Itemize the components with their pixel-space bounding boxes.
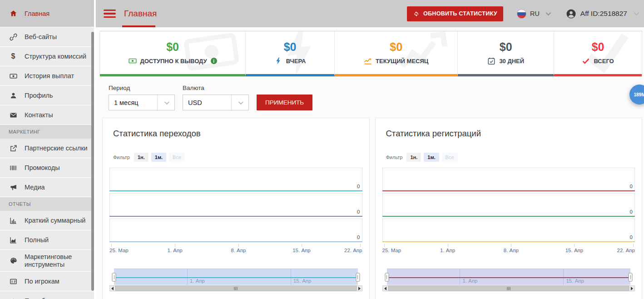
chevron-down-icon [634, 10, 639, 15]
series-line [109, 241, 362, 242]
x-axis-label: 8. Апр [231, 248, 246, 253]
stat-label: ВЧЕРА [286, 58, 306, 65]
chart-navigator[interactable]: 1. Апр 15. Апр [114, 269, 358, 285]
navigator-left-handle[interactable] [385, 273, 389, 281]
range-all-button[interactable]: Все [169, 153, 185, 162]
chart-pane-2: 0 [382, 193, 635, 217]
navigator-series-line [387, 277, 631, 278]
check-icon [582, 57, 590, 65]
period-value: 1 месяц [114, 99, 139, 106]
range-all-button[interactable]: Все [442, 153, 458, 162]
line-chart-icon [364, 57, 372, 65]
navigator-label: 1. Апр [190, 278, 205, 284]
navigator-right-handle[interactable] [356, 273, 360, 281]
megaphone-icon [9, 184, 18, 191]
scrollbar-grip[interactable] [234, 287, 238, 290]
filters-row: Период 1 месяц Валюта USD ПРИМЕНИТЬ [109, 85, 644, 110]
sidebar-item-affiliate-links[interactable]: Партнерские ссылки [0, 139, 94, 158]
chart-title: Статистика регистраций [386, 129, 636, 139]
sidebar-item-label: История выплат [25, 72, 74, 80]
refresh-statistics-button[interactable]: ОБНОВИТЬ СТАТИСТИКУ [407, 6, 503, 21]
stats-cards-row: $0 ДОСТУПНО К ВЫВОДУ $0 ВЧЕРА [99, 31, 642, 77]
clicks-chart-panel: Статистика переходов Фильтр 1н. 1м. Все … [102, 118, 370, 299]
navigator-right-handle[interactable] [629, 273, 633, 281]
sidebar-item-home[interactable]: Главная [0, 0, 94, 27]
y-axis-zero-label: 0 [357, 184, 360, 189]
series-line [109, 216, 362, 217]
chevron-down-icon [546, 10, 551, 15]
sidebar-item-label: По игрокам [25, 278, 59, 285]
scroll-left-button[interactable] [109, 285, 115, 291]
series-line [382, 241, 635, 242]
stat-card-total: $0 ВСЕГО [554, 31, 642, 76]
hamburger-menu-icon[interactable] [104, 10, 116, 18]
sidebar-item-payout-history[interactable]: История выплат [0, 66, 94, 86]
stat-value: $0 [500, 40, 512, 54]
sidebar-item-profile[interactable]: Профиль [0, 86, 94, 105]
navigator-label: 15. Апр [293, 278, 311, 284]
stat-value: $0 [166, 40, 179, 54]
sidebar-item-label: Структура комиссий [25, 53, 86, 60]
x-axis-label: 8. Апр [504, 248, 519, 253]
sidebar-item-websites[interactable]: Веб-сайты [0, 27, 94, 47]
account-menu[interactable]: Aff ID:2518827 [566, 9, 638, 19]
stat-label: 30 ДНЕЙ [499, 58, 524, 65]
currency-label: Валюта [183, 85, 249, 91]
calendar-check-icon [487, 57, 495, 65]
range-1week-button[interactable]: 1н. [406, 153, 421, 162]
stat-card-available: $0 ДОСТУПНО К ВЫВОДУ [100, 31, 246, 76]
russian-flag-icon [517, 9, 526, 19]
info-icon[interactable] [211, 58, 217, 64]
sidebar-item-label: Маркетинговые инструменты [25, 253, 89, 268]
sidebar-item-promo-codes[interactable]: Промокоды [0, 158, 94, 178]
range-1week-button[interactable]: 1н. [134, 153, 149, 162]
sidebar-item-by-sub-affiliates[interactable]: По суб-партнерам [0, 291, 94, 299]
y-axis-zero-label: 0 [357, 234, 360, 240]
series-line [109, 190, 362, 191]
navigator-label: 1. Апр [462, 278, 477, 284]
sidebar-item-contacts[interactable]: Контакты [0, 105, 94, 125]
sidebar-item-label: По суб-партнерам [25, 297, 80, 299]
scroll-right-button[interactable] [357, 285, 362, 291]
sidebar-item-marketing-tools[interactable]: Маркетинговые инструменты [0, 250, 94, 272]
scrollbar-grip[interactable] [507, 287, 510, 290]
stat-card-30-days: $0 30 ДНЕЙ [458, 31, 554, 76]
bar-chart-icon [9, 217, 18, 224]
sidebar-scrollbar[interactable] [91, 32, 94, 291]
chart-navigator[interactable]: 1. Апр 15. Апр [387, 269, 631, 285]
y-axis-zero-label: 0 [630, 209, 633, 214]
sidebar-item-media[interactable]: Медиа [0, 178, 94, 197]
range-1month-button[interactable]: 1м. [151, 153, 166, 162]
scroll-right-button[interactable] [629, 285, 635, 291]
lightning-watermark [270, 31, 332, 76]
sidebar-item-commission-structure[interactable]: $ Структура комиссий [0, 47, 94, 66]
scroll-left-button[interactable] [382, 285, 388, 291]
chart-range-filter: Фильтр 1н. 1м. Все [386, 153, 636, 162]
scrollbar-track[interactable] [388, 285, 629, 291]
users-icon [9, 297, 18, 299]
scrollbar-track[interactable] [115, 285, 357, 291]
sidebar-item-by-players[interactable]: По игрокам [0, 272, 94, 291]
sidebar-item-short-summary[interactable]: Краткий суммарный [0, 211, 94, 230]
page-title: Главная [124, 9, 157, 19]
affiliate-id: Aff ID:2518827 [580, 10, 627, 18]
range-1month-button[interactable]: 1м. [424, 153, 439, 162]
chart-pane-3: 0 [109, 219, 362, 242]
period-select[interactable]: 1 месяц [109, 95, 175, 110]
x-axis-label: 15. Апр [565, 248, 583, 253]
period-label: Период [109, 85, 175, 91]
chevron-down-icon [231, 95, 248, 110]
language-selector[interactable]: RU [517, 9, 550, 19]
navigator-left-handle[interactable] [112, 273, 116, 281]
sidebar-item-full-report[interactable]: Полный [0, 230, 94, 250]
chart-range-filter: Фильтр 1н. 1м. Все [113, 153, 363, 162]
affiliate-dashboard: Главная Веб-сайты $ Структура комиссий И… [0, 0, 644, 299]
stat-value: $0 [284, 40, 297, 54]
currency-select[interactable]: USD [183, 95, 249, 110]
stat-value: $0 [592, 40, 604, 54]
x-axis-label: 25. Мар [382, 248, 401, 253]
apply-button[interactable]: ПРИМЕНИТЬ [257, 95, 312, 110]
trend-watermark [393, 31, 455, 76]
sidebar-item-label: Профиль [25, 92, 53, 99]
x-axis-label: 22. Апр [344, 248, 362, 253]
